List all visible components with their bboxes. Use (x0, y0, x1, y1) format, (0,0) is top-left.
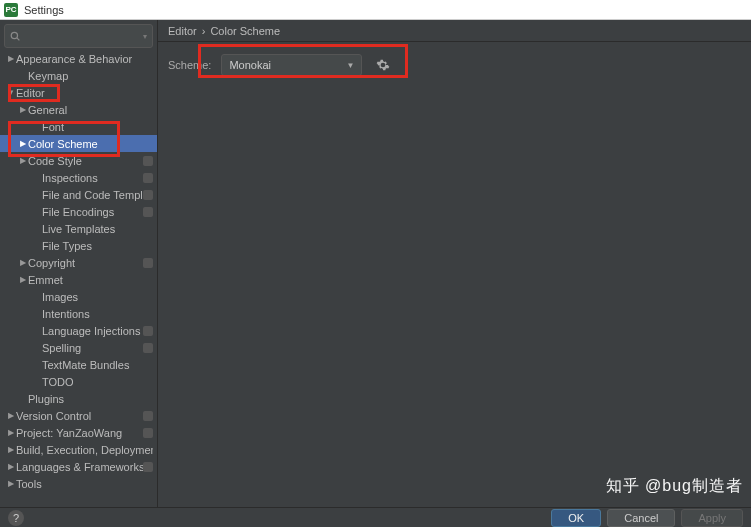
tree-item-code-style[interactable]: ▶Code Style (0, 152, 157, 169)
tree-item-label: Inspections (42, 172, 143, 184)
tree-item-language-injections[interactable]: Language Injections (0, 322, 157, 339)
tree-item-images[interactable]: Images (0, 288, 157, 305)
expand-arrow-icon: ▶ (18, 139, 28, 148)
tree-item-label: Languages & Frameworks (16, 461, 143, 473)
tree-item-file-types[interactable]: File Types (0, 237, 157, 254)
tree-item-label: TODO (42, 376, 153, 388)
footer: ? OK Cancel Apply (0, 507, 751, 527)
project-scope-icon (143, 207, 153, 217)
tree-item-version-control[interactable]: ▶Version Control (0, 407, 157, 424)
tree-item-build-execution-deployment[interactable]: ▶Build, Execution, Deployment (0, 441, 157, 458)
tree-item-languages-frameworks[interactable]: ▶Languages & Frameworks (0, 458, 157, 475)
tree-item-label: Plugins (28, 393, 153, 405)
tree-item-label: Live Templates (42, 223, 153, 235)
tree-item-copyright[interactable]: ▶Copyright (0, 254, 157, 271)
content-panel: Editor › Color Scheme Scheme: Monokai ▼ (158, 20, 751, 507)
expand-arrow-icon: ▶ (18, 258, 28, 267)
expand-arrow-icon: ▶ (6, 445, 16, 454)
tree-item-label: Version Control (16, 410, 143, 422)
expand-arrow-icon: ▶ (6, 428, 16, 437)
project-scope-icon (143, 173, 153, 183)
tree-item-label: Emmet (28, 274, 153, 286)
tree-item-label: Copyright (28, 257, 143, 269)
expand-arrow-icon: ▼ (6, 88, 16, 97)
expand-arrow-icon: ▶ (6, 479, 16, 488)
sidebar: ▾ ▶Appearance & BehaviorKeymap▼Editor▶Ge… (0, 20, 158, 507)
scheme-label: Scheme: (168, 59, 211, 71)
tree-item-label: Project: YanZaoWang (16, 427, 143, 439)
tree-item-label: Images (42, 291, 153, 303)
breadcrumb-a: Editor (168, 25, 197, 37)
tree-item-label: Appearance & Behavior (16, 53, 153, 65)
svg-point-0 (11, 32, 17, 38)
expand-arrow-icon: ▶ (18, 275, 28, 284)
project-scope-icon (143, 156, 153, 166)
tree-item-plugins[interactable]: Plugins (0, 390, 157, 407)
tree-item-label: Font (42, 121, 153, 133)
window-title: Settings (24, 4, 64, 16)
tree-item-label: Intentions (42, 308, 153, 320)
tree-item-file-and-code-templates[interactable]: File and Code Templates (0, 186, 157, 203)
footer-buttons: OK Cancel Apply (551, 509, 743, 527)
tree-item-editor[interactable]: ▼Editor (0, 84, 157, 101)
tree-item-label: Code Style (28, 155, 143, 167)
tree-item-label: File Encodings (42, 206, 143, 218)
tree-item-project-yanzaowang[interactable]: ▶Project: YanZaoWang (0, 424, 157, 441)
chevron-down-icon: ▼ (347, 61, 355, 70)
tree-item-keymap[interactable]: Keymap (0, 67, 157, 84)
tree-item-label: Tools (16, 478, 153, 490)
project-scope-icon (143, 343, 153, 353)
tree-item-label: Keymap (28, 70, 153, 82)
scheme-row: Scheme: Monokai ▼ (158, 42, 751, 76)
expand-arrow-icon: ▶ (6, 54, 16, 63)
breadcrumb-sep: › (202, 25, 206, 37)
tree-item-appearance-behavior[interactable]: ▶Appearance & Behavior (0, 50, 157, 67)
project-scope-icon (143, 326, 153, 336)
titlebar: PC Settings (0, 0, 751, 20)
chevron-down-icon: ▾ (143, 32, 147, 41)
tree-item-label: Language Injections (42, 325, 143, 337)
tree-item-label: Spelling (42, 342, 143, 354)
scheme-value: Monokai (229, 59, 271, 71)
tree-item-spelling[interactable]: Spelling (0, 339, 157, 356)
app-icon: PC (4, 3, 18, 17)
svg-line-1 (17, 38, 20, 41)
tree-item-color-scheme[interactable]: ▶Color Scheme (0, 135, 157, 152)
help-button[interactable]: ? (8, 510, 24, 526)
watermark: 知乎 @bug制造者 (606, 476, 743, 497)
apply-button[interactable]: Apply (681, 509, 743, 527)
ok-button[interactable]: OK (551, 509, 601, 527)
settings-tree: ▶Appearance & BehaviorKeymap▼Editor▶Gene… (0, 50, 157, 507)
tree-item-intentions[interactable]: Intentions (0, 305, 157, 322)
expand-arrow-icon: ▶ (6, 462, 16, 471)
tree-item-emmet[interactable]: ▶Emmet (0, 271, 157, 288)
breadcrumb-b: Color Scheme (210, 25, 280, 37)
search-input[interactable]: ▾ (4, 24, 153, 48)
gear-icon (376, 58, 390, 72)
project-scope-icon (143, 462, 153, 472)
tree-item-live-templates[interactable]: Live Templates (0, 220, 157, 237)
tree-item-file-encodings[interactable]: File Encodings (0, 203, 157, 220)
tree-item-label: Editor (16, 87, 153, 99)
expand-arrow-icon: ▶ (18, 105, 28, 114)
tree-item-inspections[interactable]: Inspections (0, 169, 157, 186)
scheme-select[interactable]: Monokai ▼ (221, 54, 362, 76)
tree-item-label: TextMate Bundles (42, 359, 153, 371)
project-scope-icon (143, 428, 153, 438)
tree-item-font[interactable]: Font (0, 118, 157, 135)
project-scope-icon (143, 190, 153, 200)
tree-item-textmate-bundles[interactable]: TextMate Bundles (0, 356, 157, 373)
tree-item-label: File Types (42, 240, 153, 252)
tree-item-general[interactable]: ▶General (0, 101, 157, 118)
project-scope-icon (143, 411, 153, 421)
cancel-button[interactable]: Cancel (607, 509, 675, 527)
tree-item-label: Color Scheme (28, 138, 153, 150)
tree-item-label: Build, Execution, Deployment (16, 444, 153, 456)
scheme-gear-button[interactable] (372, 54, 394, 76)
breadcrumb: Editor › Color Scheme (158, 20, 751, 42)
tree-item-tools[interactable]: ▶Tools (0, 475, 157, 492)
tree-item-label: General (28, 104, 153, 116)
expand-arrow-icon: ▶ (18, 156, 28, 165)
search-icon (10, 31, 20, 41)
tree-item-todo[interactable]: TODO (0, 373, 157, 390)
